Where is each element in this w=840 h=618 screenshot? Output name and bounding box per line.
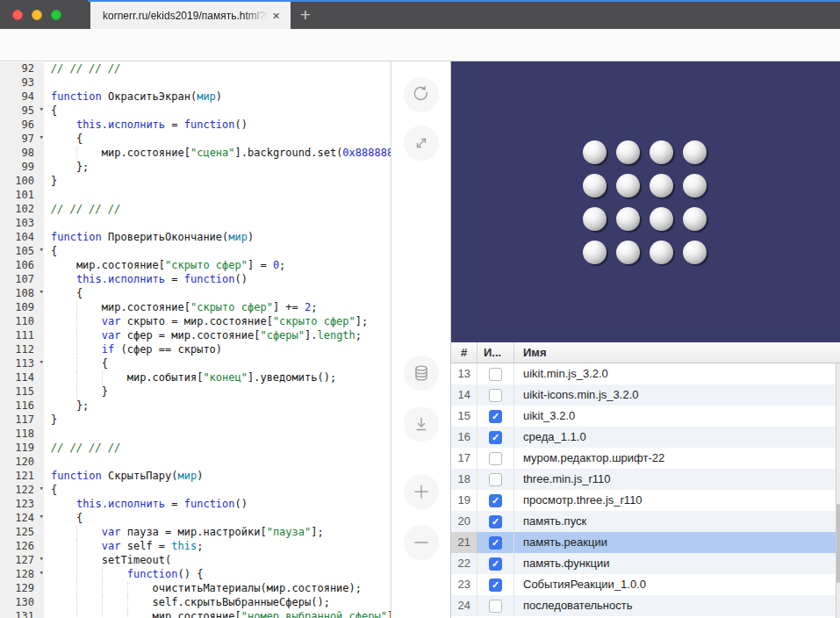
line-number[interactable]: 114 <box>0 371 44 385</box>
line-number[interactable]: 112 <box>0 343 44 357</box>
code-line[interactable]: 128▾ function() { <box>0 568 391 582</box>
module-name[interactable]: муром.редактор.шрифт-22 <box>514 448 840 469</box>
line-number[interactable]: 103 <box>0 217 44 231</box>
module-checkbox[interactable]: ✓ <box>489 515 502 528</box>
table-row[interactable]: 16✓среда_1.1.0 <box>451 427 840 448</box>
line-number[interactable]: 120 <box>0 456 44 470</box>
line-number[interactable]: 129 <box>0 582 44 596</box>
close-window-button[interactable] <box>12 10 23 20</box>
module-name[interactable]: память.пуск <box>514 511 840 532</box>
table-row[interactable]: 18three.min.js_r110 <box>451 469 840 490</box>
code-text[interactable] <box>44 189 391 203</box>
module-checkbox[interactable] <box>489 368 502 381</box>
code-line[interactable]: 103 <box>0 217 391 231</box>
code-line[interactable]: 120 <box>0 456 391 470</box>
table-row[interactable]: 21✓память.реакции <box>451 532 840 553</box>
code-line[interactable]: 118 <box>0 428 391 442</box>
code-text[interactable]: this.исполнить = function() <box>44 498 391 512</box>
code-text[interactable]: function СкрытьПару(мир) <box>44 470 391 484</box>
line-number[interactable]: 125 <box>0 526 44 540</box>
code-line[interactable]: 125 var пауза = мир.настройки["пауза"]; <box>0 526 391 540</box>
line-number[interactable]: 108▾ <box>0 287 44 301</box>
module-checkbox[interactable]: ✓ <box>489 431 502 444</box>
code-text[interactable]: }; <box>44 161 391 175</box>
code-text[interactable]: мир.состояние["сцена"].background.set(0x… <box>44 147 391 161</box>
code-line[interactable]: 97▾ { <box>0 133 391 147</box>
line-number[interactable]: 96 <box>0 119 44 133</box>
code-line[interactable]: 101 <box>0 189 391 203</box>
expand-fullscreen-button[interactable] <box>404 126 439 161</box>
table-row[interactable]: 23✓СобытияРеакции_1.0.0 <box>451 574 840 595</box>
line-number[interactable]: 100 <box>0 175 44 189</box>
code-text[interactable]: var сфер = мир.состояние["сферы"].length… <box>44 329 391 343</box>
tab-close-icon[interactable]: × <box>269 7 284 24</box>
module-checkbox[interactable]: ✓ <box>489 578 502 592</box>
module-name[interactable]: память.реакции <box>514 532 840 553</box>
code-text[interactable]: { <box>44 245 391 259</box>
table-row[interactable]: 22✓память.функции <box>451 553 840 574</box>
code-text[interactable]: } <box>44 385 391 399</box>
code-line[interactable]: 119// // // // <box>0 442 391 456</box>
table-row[interactable]: 20✓память.пуск <box>451 511 840 532</box>
code-line[interactable]: 127▾ setTimeout( <box>0 554 391 568</box>
code-text[interactable]: } <box>44 413 391 428</box>
line-number[interactable]: 107 <box>0 273 44 287</box>
code-line[interactable]: 96 this.исполнить = function() <box>0 119 391 133</box>
code-text[interactable]: { <box>44 512 391 526</box>
code-text[interactable]: { <box>44 484 391 498</box>
header-name[interactable]: Имя <box>514 342 840 363</box>
code-text[interactable]: мир.состояние["скрыто сфер"] += 2; <box>44 301 391 315</box>
module-name[interactable]: СобытияРеакции_1.0.0 <box>514 574 840 595</box>
line-number[interactable]: 123 <box>0 498 44 512</box>
code-text[interactable]: self.скрытьВыбранныеСферы(); <box>44 596 391 610</box>
code-text[interactable]: var пауза = мир.настройки["пауза"]; <box>44 526 391 540</box>
line-number[interactable]: 101 <box>0 189 44 203</box>
code-text[interactable] <box>44 428 391 442</box>
code-editor[interactable]: 92// // // //9394function ОкраситьЭкран(… <box>0 61 391 618</box>
table-row[interactable]: 24последовательность <box>451 595 840 616</box>
code-text[interactable]: { <box>44 104 391 119</box>
zoom-window-button[interactable] <box>51 10 61 20</box>
line-number[interactable]: 99 <box>0 161 44 175</box>
line-number[interactable]: 97▾ <box>0 133 44 147</box>
code-text[interactable]: function ПроверитьОкончание(мир) <box>44 231 391 245</box>
module-checkbox[interactable] <box>489 389 502 402</box>
table-row[interactable]: 15✓uikit_3.2.0 <box>451 406 840 427</box>
code-line[interactable]: 130 self.скрытьВыбранныеСферы(); <box>0 596 391 610</box>
code-line[interactable]: 95▾{ <box>0 104 391 119</box>
line-number[interactable]: 92 <box>0 62 44 76</box>
code-line[interactable]: 104function ПроверитьОкончание(мир) <box>0 231 391 245</box>
module-checkbox[interactable] <box>489 600 502 613</box>
line-number[interactable]: 115 <box>0 385 44 399</box>
code-line[interactable]: 131 мир.состояние["номер выбранной сферы… <box>0 610 391 618</box>
code-text[interactable]: var скрыто = мир.состояние["скрыто сфер"… <box>44 315 391 329</box>
module-checkbox[interactable]: ✓ <box>489 536 502 550</box>
line-number[interactable]: 124▾ <box>0 512 44 526</box>
line-number[interactable]: 104 <box>0 231 44 245</box>
line-number[interactable]: 105▾ <box>0 245 44 259</box>
line-number[interactable]: 131 <box>0 610 44 618</box>
minimize-window-button[interactable] <box>32 10 42 20</box>
code-text[interactable]: { <box>44 133 391 147</box>
code-line[interactable]: 94function ОкраситьЭкран(мир) <box>0 90 391 104</box>
code-line[interactable]: 100} <box>0 175 391 189</box>
module-name[interactable]: uikit-icons.min.js_3.2.0 <box>514 384 840 406</box>
code-line[interactable]: 110 var скрыто = мир.состояние["скрыто с… <box>0 315 391 329</box>
line-number[interactable]: 109 <box>0 301 44 315</box>
code-text[interactable]: var self = this; <box>44 540 391 554</box>
code-text[interactable]: мир.события["конец"].уведомить(); <box>44 371 391 385</box>
code-line[interactable]: 106 мир.состояние["скрыто сфер"] = 0; <box>0 259 391 273</box>
module-name[interactable]: среда_1.1.0 <box>514 427 840 448</box>
code-line[interactable]: 123 this.исполнить = function() <box>0 498 391 512</box>
code-text[interactable] <box>44 217 391 231</box>
line-number[interactable]: 117 <box>0 413 44 428</box>
code-text[interactable]: // // // // <box>44 62 391 76</box>
code-line[interactable]: 108▾ { <box>0 287 391 301</box>
header-number[interactable]: # <box>451 342 477 363</box>
line-number[interactable]: 110 <box>0 315 44 329</box>
code-line[interactable]: 124▾ { <box>0 512 391 526</box>
code-line[interactable]: 102// // // // <box>0 203 391 217</box>
line-number[interactable]: 93 <box>0 76 44 90</box>
line-number[interactable]: 111 <box>0 329 44 343</box>
code-line[interactable]: 126 var self = this; <box>0 540 391 554</box>
